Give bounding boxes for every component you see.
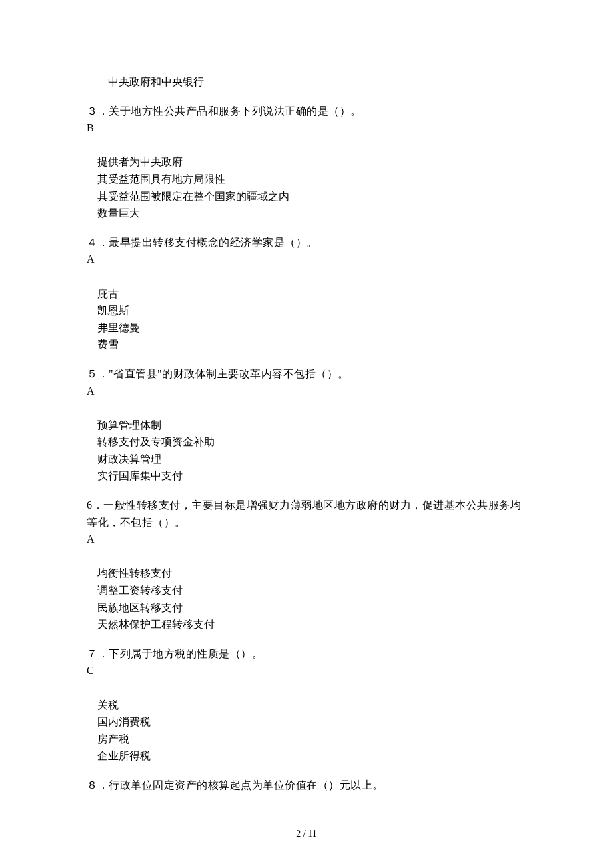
answer-letter: A — [87, 383, 526, 400]
question-5: ５．"省直管县"的财政体制主要改革内容不包括（）。 A 预算管理体制 转移支付及… — [87, 365, 526, 485]
options-list: 关税 国内消费税 房产税 企业所得税 — [87, 697, 526, 765]
options-list: 预算管理体制 转移支付及专项资金补助 财政决算管理 实行国库集中支付 — [87, 417, 526, 485]
document-page: 中央政府和中央银行 ３．关于地方性公共产品和服务下列说法正确的是（）。 B 提供… — [0, 0, 613, 868]
options-list: 提供者为中央政府 其受益范围具有地方局限性 其受益范围被限定在整个国家的疆域之内… — [87, 153, 526, 221]
question-text: 最早提出转移支付概念的经济学家是（）。 — [109, 237, 318, 248]
option-a: 关税 — [97, 697, 526, 714]
blank-line — [87, 399, 526, 417]
option-c: 财政决算管理 — [97, 451, 526, 468]
question-8: ８．行政单位固定资产的核算起点为单位价值在（）元以上。 — [87, 777, 526, 794]
question-number: ８． — [87, 779, 109, 791]
option-c: 其受益范围被限定在整个国家的疆域之内 — [97, 188, 526, 205]
options-list: 庇古 凯恩斯 弗里德曼 费雪 — [87, 285, 526, 353]
option-c: 房产税 — [97, 731, 526, 748]
question-stem: ７．下列属于地方税的性质是（）。 — [87, 645, 526, 663]
option-d: 费雪 — [97, 336, 526, 353]
question-3: ３．关于地方性公共产品和服务下列说法正确的是（）。 B 提供者为中央政府 其受益… — [87, 103, 526, 222]
option-b: 国内消费税 — [97, 713, 526, 731]
options-list: 均衡性转移支付 调整工资转移支付 民族地区转移支付 天然林保护工程转移支付 — [87, 565, 526, 633]
question-stem: ５．"省直管县"的财政体制主要改革内容不包括（）。 — [87, 365, 526, 383]
page-number: 2 / 11 — [0, 827, 613, 841]
question-number: ７． — [87, 648, 109, 659]
answer-letter: A — [87, 251, 526, 268]
question-stem: 6．一般性转移支付，主要目标是增强财力薄弱地区地方政府的财力，促进基本公共服务均… — [87, 497, 526, 531]
option-b: 凯恩斯 — [97, 302, 526, 319]
question-text: 关于地方性公共产品和服务下列说法正确的是（）。 — [109, 105, 362, 117]
option-a: 预算管理体制 — [97, 417, 526, 434]
question-stem: ８．行政单位固定资产的核算起点为单位价值在（）元以上。 — [87, 777, 526, 794]
question-text: "省直管县"的财政体制主要改革内容不包括（）。 — [109, 368, 349, 379]
option-d: 实行国库集中支付 — [97, 467, 526, 485]
question-number: ３． — [87, 105, 109, 117]
question-number: 6． — [87, 499, 103, 511]
option-a: 提供者为中央政府 — [97, 153, 526, 171]
blank-line — [87, 268, 526, 285]
answer-letter: C — [87, 662, 526, 679]
answer-letter: B — [87, 119, 526, 137]
option-a: 庇古 — [97, 285, 526, 303]
option-d: 数量巨大 — [97, 205, 526, 222]
answer-letter: A — [87, 531, 526, 548]
question-number: ４． — [87, 237, 109, 248]
blank-line — [87, 679, 526, 697]
option-b: 其受益范围具有地方局限性 — [97, 171, 526, 188]
option-c: 民族地区转移支付 — [97, 599, 526, 617]
question-text: 行政单位固定资产的核算起点为单位价值在（）元以上。 — [109, 779, 384, 791]
question-7: ７．下列属于地方税的性质是（）。 C 关税 国内消费税 房产税 企业所得税 — [87, 645, 526, 765]
option-d: 企业所得税 — [97, 747, 526, 765]
blank-line — [87, 137, 526, 154]
fragment-top: 中央政府和中央银行 — [87, 73, 526, 91]
question-4: ４．最早提出转移支付概念的经济学家是（）。 A 庇古 凯恩斯 弗里德曼 费雪 — [87, 234, 526, 353]
question-stem: ４．最早提出转移支付概念的经济学家是（）。 — [87, 234, 526, 251]
option-a: 均衡性转移支付 — [97, 565, 526, 582]
option-c: 弗里德曼 — [97, 319, 526, 337]
question-6: 6．一般性转移支付，主要目标是增强财力薄弱地区地方政府的财力，促进基本公共服务均… — [87, 497, 526, 633]
option-d: 天然林保护工程转移支付 — [97, 616, 526, 633]
question-text: 一般性转移支付，主要目标是增强财力薄弱地区地方政府的财力，促进基本公共服务均等化… — [87, 499, 521, 528]
fragment-text: 中央政府和中央银行 — [87, 73, 526, 91]
question-number: ５． — [87, 368, 109, 379]
question-stem: ３．关于地方性公共产品和服务下列说法正确的是（）。 — [87, 103, 526, 120]
option-b: 调整工资转移支付 — [97, 582, 526, 599]
blank-line — [87, 548, 526, 565]
option-b: 转移支付及专项资金补助 — [97, 433, 526, 451]
question-text: 下列属于地方税的性质是（）。 — [109, 648, 263, 659]
